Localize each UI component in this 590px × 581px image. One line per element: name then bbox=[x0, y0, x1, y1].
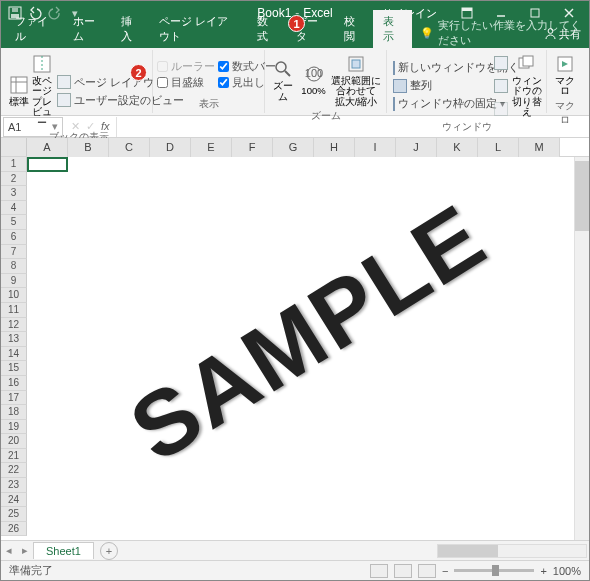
row-header-18[interactable]: 18 bbox=[1, 405, 27, 420]
switch-window-button[interactable]: ウィンドウの 切り替え bbox=[511, 52, 542, 120]
tab-file[interactable]: ファイル bbox=[5, 10, 63, 48]
sheet-tab-bar: ◂ ▸ Sheet1 + bbox=[1, 540, 589, 560]
annotation-badge-2: 2 bbox=[130, 64, 147, 81]
new-window-button[interactable]: 新しいウィンドウを開く bbox=[391, 59, 491, 76]
group-label-window: ウィンドウ bbox=[391, 120, 542, 134]
sheet-nav-prev[interactable]: ◂ bbox=[1, 544, 17, 557]
svg-rect-20 bbox=[352, 60, 360, 68]
pagebreak-view-icon[interactable] bbox=[418, 564, 436, 578]
row-header-2[interactable]: 2 bbox=[1, 172, 27, 187]
svg-rect-4 bbox=[462, 8, 472, 11]
row-header-23[interactable]: 23 bbox=[1, 478, 27, 493]
zoom-selection-button[interactable]: 選択範囲に合わせて 拡大/縮小 bbox=[330, 52, 382, 109]
col-header-J[interactable]: J bbox=[396, 138, 437, 157]
zoom-percent[interactable]: 100% bbox=[553, 565, 581, 577]
pagebreak-button[interactable]: 改ページ プレビュー bbox=[32, 52, 52, 130]
col-header-C[interactable]: C bbox=[109, 138, 150, 157]
row-header-12[interactable]: 12 bbox=[1, 318, 27, 333]
row-header-10[interactable]: 10 bbox=[1, 288, 27, 303]
horizontal-scrollbar[interactable] bbox=[437, 544, 587, 558]
status-text: 準備完了 bbox=[9, 563, 53, 578]
row-header-8[interactable]: 8 bbox=[1, 259, 27, 274]
enter-icon: ✓ bbox=[86, 120, 95, 133]
ribbon: 標準 改ページ プレビュー ページ レイアウト ユーザー設定のビュー ブックの表… bbox=[1, 48, 589, 116]
col-header-L[interactable]: L bbox=[478, 138, 519, 157]
col-header-A[interactable]: A bbox=[27, 138, 68, 157]
status-bar: 準備完了 − + 100% bbox=[1, 560, 589, 580]
row-header-20[interactable]: 20 bbox=[1, 434, 27, 449]
tab-review[interactable]: 校閲 bbox=[334, 10, 373, 48]
gridlines-checkbox[interactable]: 目盛線 bbox=[157, 75, 215, 90]
zoom-in-icon[interactable]: + bbox=[540, 565, 546, 577]
col-header-D[interactable]: D bbox=[150, 138, 191, 157]
col-header-H[interactable]: H bbox=[314, 138, 355, 157]
arrange-button[interactable]: 整列 bbox=[391, 77, 491, 94]
watermark: SAMPLE bbox=[113, 184, 504, 483]
row-header-3[interactable]: 3 bbox=[1, 186, 27, 201]
svg-text:100: 100 bbox=[304, 67, 322, 79]
row-header-24[interactable]: 24 bbox=[1, 493, 27, 508]
col-header-K[interactable]: K bbox=[437, 138, 478, 157]
tab-home[interactable]: ホーム bbox=[63, 10, 111, 48]
sheet-tab[interactable]: Sheet1 bbox=[33, 542, 94, 559]
pagelayout-view-icon[interactable] bbox=[394, 564, 412, 578]
share-icon bbox=[544, 27, 557, 42]
svg-point-15 bbox=[276, 62, 286, 72]
zoom-button[interactable]: ズーム bbox=[269, 52, 297, 109]
row-header-11[interactable]: 11 bbox=[1, 303, 27, 318]
zoom-100-button[interactable]: 100 100% bbox=[300, 52, 328, 109]
freeze-button[interactable]: ウィンドウ枠の固定 ▾ bbox=[391, 95, 491, 112]
svg-rect-22 bbox=[523, 56, 533, 66]
row-header-7[interactable]: 7 bbox=[1, 245, 27, 260]
annotation-badge-1: 1 bbox=[288, 15, 305, 32]
ruler-checkbox: ルーラー bbox=[157, 59, 215, 74]
col-header-M[interactable]: M bbox=[519, 138, 560, 157]
row-header-22[interactable]: 22 bbox=[1, 463, 27, 478]
unhide-icon[interactable] bbox=[494, 102, 508, 116]
row-header-26[interactable]: 26 bbox=[1, 522, 27, 537]
tab-formulas[interactable]: 数式 bbox=[247, 10, 286, 48]
col-header-G[interactable]: G bbox=[273, 138, 314, 157]
vertical-scrollbar[interactable] bbox=[574, 157, 589, 540]
zoom-slider[interactable] bbox=[454, 569, 534, 572]
row-header-13[interactable]: 13 bbox=[1, 332, 27, 347]
sheet-nav-next[interactable]: ▸ bbox=[17, 544, 33, 557]
row-header-21[interactable]: 21 bbox=[1, 449, 27, 464]
svg-line-16 bbox=[285, 71, 290, 76]
split-icon[interactable] bbox=[494, 56, 508, 70]
normal-view-icon[interactable] bbox=[370, 564, 388, 578]
group-label-show: 表示 bbox=[157, 97, 260, 111]
group-label-zoom: ズーム bbox=[269, 109, 382, 123]
tab-view[interactable]: 表示 bbox=[373, 10, 412, 48]
row-header-4[interactable]: 4 bbox=[1, 201, 27, 216]
row-header-5[interactable]: 5 bbox=[1, 215, 27, 230]
row-header-19[interactable]: 19 bbox=[1, 420, 27, 435]
row-header-17[interactable]: 17 bbox=[1, 391, 27, 406]
row-header-15[interactable]: 15 bbox=[1, 361, 27, 376]
svg-rect-6 bbox=[531, 9, 539, 17]
row-header-6[interactable]: 6 bbox=[1, 230, 27, 245]
new-sheet-button[interactable]: + bbox=[100, 542, 118, 560]
normal-view-button[interactable]: 標準 bbox=[9, 52, 29, 130]
tab-insert[interactable]: 挿入 bbox=[111, 10, 150, 48]
col-header-E[interactable]: E bbox=[191, 138, 232, 157]
lightbulb-icon: 💡 bbox=[420, 27, 434, 40]
col-header-I[interactable]: I bbox=[355, 138, 396, 157]
row-header-1[interactable]: 1 bbox=[1, 157, 27, 172]
row-header-9[interactable]: 9 bbox=[1, 274, 27, 289]
tab-pagelayout[interactable]: ページ レイアウト bbox=[149, 10, 247, 48]
select-all-corner[interactable] bbox=[1, 138, 27, 156]
worksheet[interactable]: ABCDEFGHIJKLM 12345678910111213141516171… bbox=[1, 138, 589, 540]
col-header-B[interactable]: B bbox=[68, 138, 109, 157]
row-header-16[interactable]: 16 bbox=[1, 376, 27, 391]
row-header-25[interactable]: 25 bbox=[1, 507, 27, 522]
col-header-F[interactable]: F bbox=[232, 138, 273, 157]
macro-button[interactable]: マクロ bbox=[551, 52, 579, 99]
svg-rect-10 bbox=[11, 77, 27, 93]
row-header-14[interactable]: 14 bbox=[1, 347, 27, 362]
share-button[interactable]: 共有 bbox=[544, 27, 581, 42]
svg-point-9 bbox=[548, 29, 553, 34]
cancel-icon: ✕ bbox=[71, 120, 80, 133]
zoom-out-icon[interactable]: − bbox=[442, 565, 448, 577]
hide-icon[interactable] bbox=[494, 79, 508, 93]
